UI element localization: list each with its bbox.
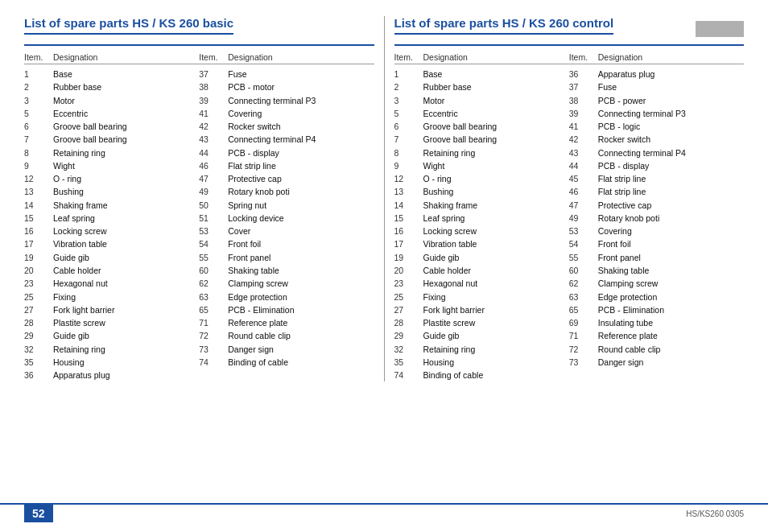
item-designation: Binding of cable — [423, 369, 569, 381]
item-designation: Front panel — [598, 251, 744, 264]
table-row: 55Front panel — [569, 251, 744, 264]
table-row: 73Danger sign — [569, 356, 744, 369]
item-designation: Flat strip line — [598, 185, 744, 198]
item-designation: Rubber base — [423, 80, 569, 93]
right-col2-desig-header: Designation — [598, 52, 744, 62]
item-designation: Wight — [53, 159, 199, 172]
table-row: 5Eccentric — [24, 107, 199, 120]
table-row: 14Shaking frame — [24, 199, 199, 212]
item-designation: Flat strip line — [598, 172, 744, 185]
item-number: 55 — [569, 251, 598, 264]
item-designation: Housing — [53, 356, 199, 369]
item-designation: Connecting terminal P4 — [228, 133, 374, 146]
item-designation: Edge protection — [598, 291, 744, 303]
table-row: 32Retaining ring — [24, 343, 199, 356]
item-designation: Locking device — [228, 212, 374, 225]
item-number: 32 — [24, 343, 53, 356]
item-number: 2 — [24, 80, 53, 93]
item-designation: O - ring — [53, 172, 199, 185]
item-designation: Protective cap — [228, 172, 374, 185]
item-designation: Fixing — [423, 291, 569, 303]
item-number: 54 — [199, 237, 228, 250]
item-number: 74 — [199, 356, 228, 369]
item-designation: Round cable clip — [228, 329, 374, 342]
item-number: 69 — [569, 316, 598, 329]
item-number: 23 — [24, 277, 53, 290]
item-designation: Shaking table — [598, 264, 744, 277]
table-row: 60Shaking table — [199, 264, 374, 277]
table-row: 9Wight — [24, 159, 199, 172]
left-col2-desig-header: Designation — [228, 52, 374, 62]
item-designation: Flat strip line — [228, 159, 374, 172]
table-row: 65PCB - Elimination — [199, 303, 374, 316]
item-designation: Groove ball bearing — [423, 120, 569, 133]
item-designation: Front foil — [228, 237, 374, 250]
sections-wrapper: List of spare parts HS / KS 260 basic It… — [24, 16, 744, 381]
table-row: 14Shaking frame — [394, 199, 569, 212]
item-designation: Guide gib — [53, 251, 199, 264]
item-number: 25 — [394, 291, 423, 303]
item-number: 15 — [394, 212, 423, 225]
right-col2-item-header: Item. — [569, 52, 598, 62]
table-row: 63Edge protection — [569, 291, 744, 303]
table-row: 19Guide gib — [24, 251, 199, 264]
table-row: 3Motor — [24, 94, 199, 107]
item-designation: Eccentric — [423, 107, 569, 120]
table-row: 3Motor — [394, 94, 569, 107]
item-designation: Apparatus plug — [598, 68, 744, 80]
table-row: 73Danger sign — [199, 343, 374, 356]
item-number: 14 — [24, 199, 53, 212]
item-number: 16 — [24, 225, 53, 237]
item-number: 71 — [569, 329, 598, 342]
item-number: 73 — [199, 343, 228, 356]
item-designation: Front panel — [228, 251, 374, 264]
item-designation: Connecting terminal P4 — [598, 146, 744, 159]
item-number: 47 — [199, 172, 228, 185]
table-row: 1Base — [394, 68, 569, 80]
item-number: 6 — [394, 120, 423, 133]
item-number: 72 — [199, 329, 228, 342]
item-number: 1 — [394, 68, 423, 80]
table-row: 41PCB - logic — [569, 120, 744, 133]
table-row: 5Eccentric — [394, 107, 569, 120]
table-row: 9Wight — [394, 159, 569, 172]
table-row: 20Cable holder — [394, 264, 569, 277]
item-number: 65 — [569, 303, 598, 316]
item-number: 60 — [199, 264, 228, 277]
item-number: 36 — [569, 68, 598, 80]
item-number: 27 — [394, 303, 423, 316]
left-col2-item-header: Item. — [199, 52, 228, 62]
item-designation: PCB - motor — [228, 80, 374, 93]
item-number: 72 — [569, 343, 598, 356]
table-row: 43Connecting terminal P4 — [199, 133, 374, 146]
table-row: 17Vibration table — [24, 237, 199, 250]
table-row: 41Covering — [199, 107, 374, 120]
table-row: 8Retaining ring — [394, 146, 569, 159]
item-designation: Apparatus plug — [53, 369, 199, 381]
item-number: 35 — [24, 356, 53, 369]
item-designation: Motor — [53, 94, 199, 107]
table-row: 2Rubber base — [394, 80, 569, 93]
item-number: 46 — [199, 159, 228, 172]
item-designation: Cable holder — [53, 264, 199, 277]
item-number: 27 — [24, 303, 53, 316]
table-row: 36Apparatus plug — [569, 68, 744, 80]
right-section-title: List of spare parts HS / KS 260 control — [394, 16, 614, 35]
item-designation: Covering — [228, 107, 374, 120]
item-number: 7 — [24, 133, 53, 146]
item-number: 3 — [24, 94, 53, 107]
item-number: 2 — [394, 80, 423, 93]
item-number: 3 — [394, 94, 423, 107]
item-designation: O - ring — [423, 172, 569, 185]
table-row: 36Apparatus plug — [24, 369, 199, 381]
table-row: 50Spring nut — [199, 199, 374, 212]
item-number: 46 — [569, 185, 598, 198]
table-row: 54Front foil — [199, 237, 374, 250]
item-designation: Rotary knob poti — [228, 185, 374, 198]
table-row: 72Round cable clip — [199, 329, 374, 342]
table-row: 20Cable holder — [24, 264, 199, 277]
table-row: 35Housing — [24, 356, 199, 369]
table-row: 71Reference plate — [569, 329, 744, 342]
table-row: 49Rotary knob poti — [569, 212, 744, 225]
table-row: 54Front foil — [569, 237, 744, 250]
